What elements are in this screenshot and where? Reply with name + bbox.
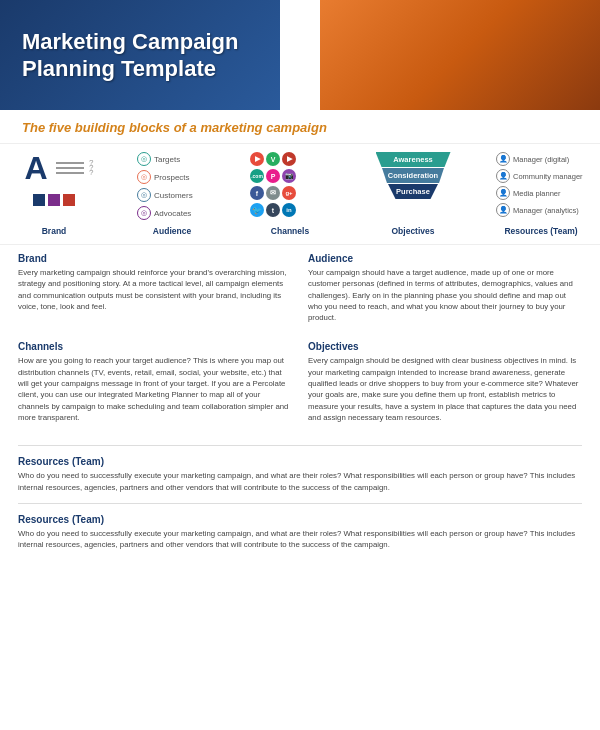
resources-1-title: Resources (Team) (18, 456, 582, 467)
brand-letter: A (24, 152, 47, 184)
advocates-label: Advocates (154, 209, 191, 218)
resource-media-planner: 👤 Media planner (496, 186, 586, 200)
brand-section: Brand Every marketing campaign should re… (18, 253, 292, 323)
resources-column: 👤 Manager (digital) 👤 Community manager … (496, 152, 586, 217)
youtube-icon: ▶ (250, 152, 264, 166)
audience-targets: ◎ Targets (137, 152, 207, 166)
two-col-layout: Brand Every marketing campaign should re… (18, 253, 582, 431)
channel-row-1: ▶ V ▶ (250, 152, 330, 166)
swatch-red (63, 194, 75, 206)
google-plus-icon: g+ (282, 186, 296, 200)
audience-prospects: ◎ Prospects (137, 170, 207, 184)
audience-section: Audience Your campaign should have a tar… (308, 253, 582, 323)
objectives-section: Objectives Every campaign should be desi… (308, 341, 582, 423)
brand-line-3 (56, 172, 84, 174)
resource-manager-digital: 👤 Manager (digital) (496, 152, 586, 166)
brand-col-label: Brand (14, 226, 94, 236)
resources-1-text: Who do you need to successfully execute … (18, 470, 582, 493)
brand-column: A (14, 152, 94, 206)
email-icon: ✉ (266, 186, 280, 200)
instagram-icon: 📷 (282, 169, 296, 183)
pinterest-icon: P (266, 169, 280, 183)
audience-customers: ◎ Customers (137, 188, 207, 202)
swatch-navy (33, 194, 45, 206)
web-icon: .com (250, 169, 264, 183)
brand-lines (56, 162, 84, 174)
twitter-icon: 🐦 (250, 203, 264, 217)
resources-2-title: Resources (Team) (18, 514, 582, 525)
objectives-col-label: Objectives (373, 226, 453, 236)
audience-section-text: Your campaign should have a target audie… (308, 267, 582, 323)
manager-analytics-icon: 👤 (496, 203, 510, 217)
resource-community-manager: 👤 Community manager (496, 169, 586, 183)
divider-2 (18, 503, 582, 504)
advocates-icon: ◎ (137, 206, 151, 220)
customers-label: Customers (154, 191, 193, 200)
diagram-section: A ◎ Targets ◎ Prospects (0, 144, 600, 245)
manager-analytics-label: Manager (analytics) (513, 206, 579, 215)
prospects-label: Prospects (154, 173, 190, 182)
audience-col-label: Audience (137, 226, 207, 236)
channels-section: Channels How are you going to reach your… (18, 341, 292, 423)
objectives-column: Awareness Consideration Purchase (373, 152, 453, 199)
community-manager-icon: 👤 (496, 169, 510, 183)
customers-icon: ◎ (137, 188, 151, 202)
vine-icon: V (266, 152, 280, 166)
objectives-section-text: Every campaign should be designed with c… (308, 355, 582, 423)
header-text: Marketing CampaignPlanning Template (0, 10, 260, 101)
objectives-section-title: Objectives (308, 341, 582, 352)
tumblr-icon: t (266, 203, 280, 217)
manager-digital-label: Manager (digital) (513, 155, 569, 164)
subtitle: The five building blocks of a marketing … (0, 110, 600, 144)
header: Marketing CampaignPlanning Template (0, 0, 600, 110)
audience-section-title: Audience (308, 253, 582, 264)
play-icon: ▶ (282, 152, 296, 166)
column-labels: Brand Audience Channels Objectives Resou… (14, 226, 586, 236)
diagram-columns: A ◎ Targets ◎ Prospects (14, 152, 586, 220)
channels-column: ▶ V ▶ .com P 📷 f ✉ g+ 🐦 t in (250, 152, 330, 217)
resource-manager-analytics: 👤 Manager (analytics) (496, 203, 586, 217)
resources-section-1: Resources (Team) Who do you need to succ… (0, 452, 600, 497)
targets-label: Targets (154, 155, 180, 164)
audience-advocates: ◎ Advocates (137, 206, 207, 220)
funnel-consideration: Consideration (382, 168, 444, 183)
channels-col-label: Channels (250, 226, 330, 236)
channel-row-4: 🐦 t in (250, 203, 330, 217)
manager-digital-icon: 👤 (496, 152, 510, 166)
funnel-awareness: Awareness (376, 152, 451, 167)
media-planner-label: Media planner (513, 189, 561, 198)
color-swatches (33, 194, 75, 206)
content-area: Brand Every marketing campaign should re… (0, 245, 600, 439)
prospects-icon: ◎ (137, 170, 151, 184)
brand-section-title: Brand (18, 253, 292, 264)
channels-section-title: Channels (18, 341, 292, 352)
brand-line-2 (56, 167, 84, 169)
channel-row-3: f ✉ g+ (250, 186, 330, 200)
audience-column: ◎ Targets ◎ Prospects ◎ Customers ◎ Advo… (137, 152, 207, 220)
resources-section-2: Resources (Team) Who do you need to succ… (0, 510, 600, 555)
funnel-purchase: Purchase (388, 184, 438, 199)
brand-section-text: Every marketing campaign should reinforc… (18, 267, 292, 312)
resources-2-text: Who do you need to successfully execute … (18, 528, 582, 551)
channels-section-text: How are you going to reach your target a… (18, 355, 292, 423)
brand-line-1 (56, 162, 84, 164)
swatch-purple (48, 194, 60, 206)
channel-row-2: .com P 📷 (250, 169, 330, 183)
divider-1 (18, 445, 582, 446)
targets-icon: ◎ (137, 152, 151, 166)
media-planner-icon: 👤 (496, 186, 510, 200)
community-manager-label: Community manager (513, 172, 583, 181)
linkedin-icon: in (282, 203, 296, 217)
resources-col-label: Resources (Team) (496, 226, 586, 236)
page-title: Marketing CampaignPlanning Template (22, 28, 238, 83)
facebook-icon: f (250, 186, 264, 200)
